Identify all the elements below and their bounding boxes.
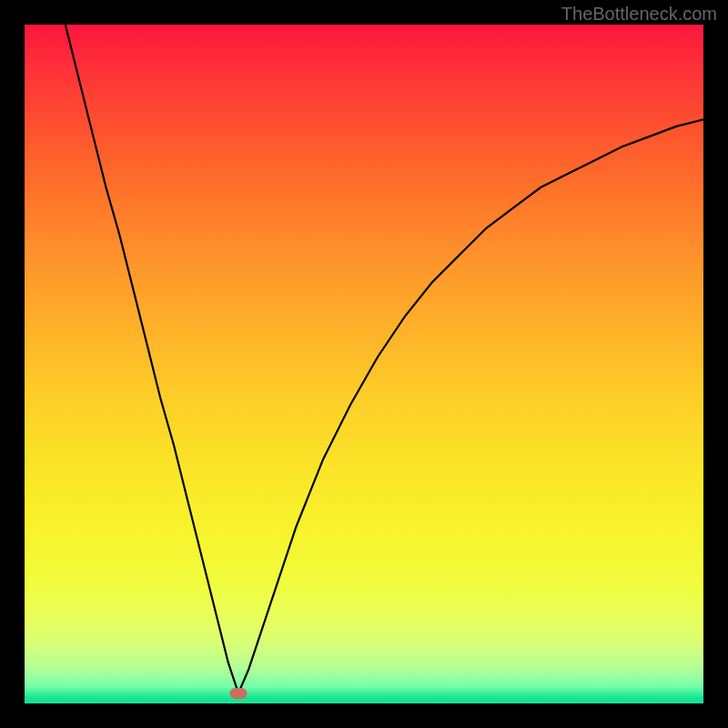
plot-area [25, 25, 703, 703]
minimum-marker [229, 688, 247, 699]
watermark-text: TheBottleneck.com [561, 4, 717, 25]
curve-svg [25, 25, 703, 703]
bottleneck-curve [66, 25, 703, 693]
